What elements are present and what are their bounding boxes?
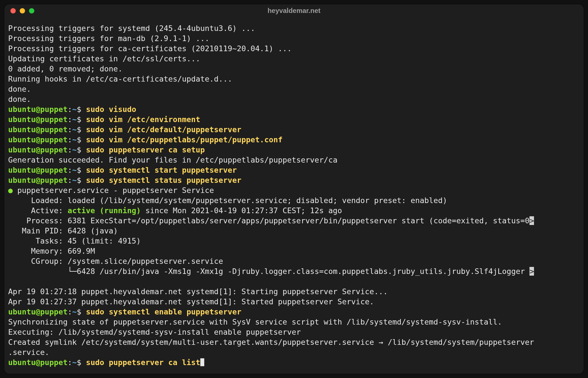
output-line: 0 added, 0 removed; done. xyxy=(8,64,580,74)
prompt-line: ubuntu@puppet:~$ sudo systemctl start pu… xyxy=(8,165,580,175)
titlebar: heyvaldemar.net xyxy=(4,4,584,17)
output-line: .service. xyxy=(8,347,580,357)
command: sudo vim /etc/puppetlabs/puppet/puppet.c… xyxy=(86,135,282,144)
output-line: Created symlink /etc/systemd/system/mult… xyxy=(8,337,580,347)
prompt-line: ubuntu@puppet:~$ sudo vim /etc/environme… xyxy=(8,114,580,125)
command: sudo vim /etc/environment xyxy=(86,115,200,124)
prompt-line: ubuntu@puppet:~$ sudo puppetserver ca se… xyxy=(8,145,580,155)
status-active: Active: active (running) since Mon 2021-… xyxy=(8,206,580,216)
prompt-line: ubuntu@puppet:~$ sudo vim /etc/default/p… xyxy=(8,125,580,135)
prompt-userhost: ubuntu@puppet xyxy=(8,105,68,114)
prompt-line: ubuntu@puppet:~$ sudo systemctl status p… xyxy=(8,175,580,185)
status-cgroup: CGroup: /system.slice/puppetserver.servi… xyxy=(8,256,580,266)
status-pid: Main PID: 6428 (java) xyxy=(8,226,580,236)
terminal-body[interactable]: Processing triggers for systemd (245.4-4… xyxy=(4,17,584,372)
command: sudo puppetserver ca list xyxy=(86,358,200,367)
output-line: Executing: /lib/systemd/systemd-sysv-ins… xyxy=(8,327,580,337)
blank-line xyxy=(8,276,580,287)
log-line: Apr 19 01:27:18 puppet.heyvaldemar.net s… xyxy=(8,287,580,297)
command: sudo systemctl enable puppetserver xyxy=(86,307,241,316)
prompt-line: ubuntu@puppet:~$ sudo vim /etc/puppetlab… xyxy=(8,135,580,145)
output-line: Updating certificates in /etc/ssl/certs.… xyxy=(8,54,580,64)
log-line: Apr 19 01:27:37 puppet.heyvaldemar.net s… xyxy=(8,297,580,307)
output-line: done. xyxy=(8,94,580,104)
window-title: heyvaldemar.net xyxy=(4,7,584,15)
terminal-window: heyvaldemar.net Processing triggers for … xyxy=(4,4,584,374)
prompt-line: ubuntu@puppet:~$ sudo systemctl enable p… xyxy=(8,307,580,317)
output-line: Synchronizing state of puppetserver.serv… xyxy=(8,317,580,327)
active-running: active (running) xyxy=(68,206,141,215)
status-memory: Memory: 669.9M xyxy=(8,246,580,256)
truncate-icon: > xyxy=(529,216,534,225)
output-line: Processing triggers for ca-certificates … xyxy=(8,44,580,54)
status-tree: └─6428 /usr/bin/java -Xms1g -Xmx1g -Djru… xyxy=(8,266,580,276)
output-line: done. xyxy=(8,84,580,94)
output-line: Running hooks in /etc/ca-certificates/up… xyxy=(8,74,580,84)
status-process: Process: 6381 ExecStart=/opt/puppetlabs/… xyxy=(8,216,580,226)
command: sudo puppetserver ca setup xyxy=(86,145,205,154)
command: sudo visudo xyxy=(86,105,136,114)
output-line: Generation succeeded. Find your files in… xyxy=(8,155,580,165)
prompt-path: ~ xyxy=(72,105,77,114)
truncate-icon: > xyxy=(529,267,534,276)
prompt-line: ubuntu@puppet:~$ sudo visudo xyxy=(8,104,580,114)
output-line: Processing triggers for man-db (2.9.1-1)… xyxy=(8,33,580,44)
cursor-icon xyxy=(200,358,204,366)
prompt-line: ubuntu@puppet:~$ sudo puppetserver ca li… xyxy=(8,357,580,368)
command: sudo vim /etc/default/puppetserver xyxy=(86,125,241,134)
status-header: ● puppetserver.service - puppetserver Se… xyxy=(8,185,580,195)
command: sudo systemctl status puppetserver xyxy=(86,176,241,184)
bullet-icon: ● xyxy=(8,186,13,195)
command: sudo systemctl start puppetserver xyxy=(86,166,237,174)
output-line: Processing triggers for systemd (245.4-4… xyxy=(8,23,580,33)
status-loaded: Loaded: loaded (/lib/systemd/system/pupp… xyxy=(8,195,580,206)
status-tasks: Tasks: 45 (limit: 4915) xyxy=(8,236,580,246)
